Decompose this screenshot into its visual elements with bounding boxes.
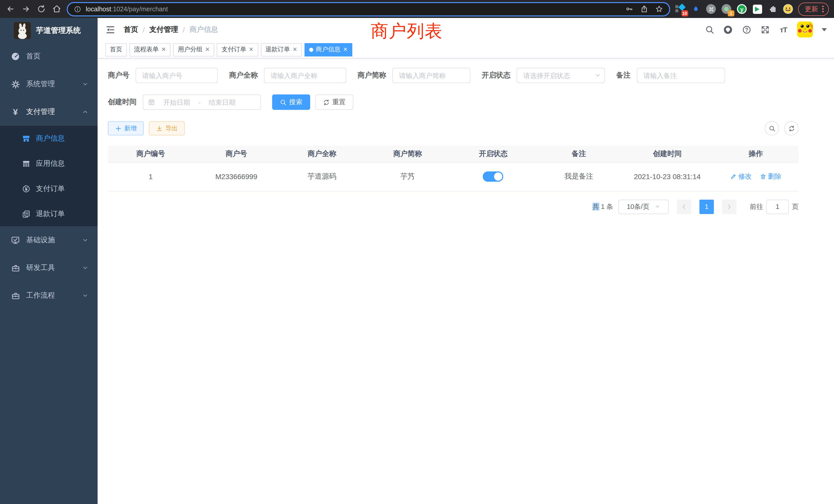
close-icon[interactable]: ✕	[249, 47, 254, 52]
bookmark-star-icon[interactable]	[655, 5, 663, 13]
github-icon[interactable]	[723, 25, 733, 35]
start-date-input[interactable]	[158, 98, 195, 106]
password-key-icon[interactable]	[626, 5, 633, 13]
sidebar-item-app-info[interactable]: 应用信息	[0, 151, 97, 176]
extension-tree-icon[interactable]: 1	[722, 4, 731, 14]
app-title: 芋道管理系统	[36, 25, 81, 35]
sidebar-item-merchant-info[interactable]: 商户信息	[0, 126, 97, 151]
merchant-no-input[interactable]	[136, 68, 218, 83]
browser-update-button[interactable]: 更新	[798, 2, 829, 16]
sidebar-item-system[interactable]: 系统管理	[0, 70, 97, 98]
url-bar[interactable]: localhost:1024/pay/merchant	[67, 2, 670, 16]
chevron-down-icon	[82, 81, 88, 87]
close-icon[interactable]: ✕	[205, 47, 210, 52]
close-icon[interactable]: ✕	[292, 47, 297, 52]
url-text[interactable]: localhost:1024/pay/merchant	[86, 5, 621, 13]
close-icon[interactable]: ✕	[343, 47, 348, 52]
extensions-puzzle-icon[interactable]	[768, 4, 777, 14]
app-logo[interactable]: 芋道管理系统	[0, 18, 97, 43]
status-select-input[interactable]	[517, 68, 605, 83]
page-size-select[interactable]: 10条/页	[618, 199, 668, 214]
sidebar-item-workflow[interactable]: 工作流程	[0, 282, 97, 310]
browser-forward-button[interactable]	[21, 4, 31, 14]
breadcrumb-home[interactable]: 首页	[124, 25, 138, 34]
annotation-title: 商户列表	[371, 20, 443, 43]
download-icon	[156, 125, 163, 132]
browser-reload-button[interactable]	[36, 4, 46, 14]
merchant-no-label: 商户号	[108, 71, 129, 80]
sidebar-item-infra[interactable]: 基础设施	[0, 226, 97, 254]
browser-back-button[interactable]	[5, 4, 16, 14]
tab-home[interactable]: 首页	[105, 43, 127, 56]
extension-devtool-icon[interactable]: 10	[675, 4, 685, 14]
sidebar-fold-icon[interactable]	[105, 24, 115, 35]
status-select[interactable]	[517, 68, 605, 83]
next-page-button[interactable]	[722, 199, 737, 214]
sidebar-item-home[interactable]: 首页	[0, 43, 97, 70]
search-icon	[769, 125, 775, 132]
sidebar-item-pay-order[interactable]: 支付订单	[0, 176, 97, 201]
end-date-input[interactable]	[204, 98, 241, 106]
help-icon[interactable]	[742, 25, 751, 35]
extension-command-icon[interactable]	[706, 4, 716, 14]
date-range-separator: -	[198, 98, 200, 106]
search-icon[interactable]	[705, 25, 714, 35]
export-button[interactable]: 导出	[149, 121, 185, 136]
goto-page-input[interactable]	[766, 199, 789, 214]
extension-yuque-icon[interactable]: y	[737, 4, 747, 14]
avatar-caret-icon[interactable]	[822, 28, 827, 31]
table-row: 1 M233666999 芋道源码 芋艿 我是备注 2021-10-23 08:…	[108, 162, 798, 191]
status-toggle[interactable]	[483, 171, 504, 182]
site-info-icon[interactable]	[74, 5, 81, 13]
chevron-left-icon	[681, 204, 687, 210]
search-button[interactable]: 搜索	[272, 94, 310, 110]
tab-pay-order[interactable]: 支付订单✕	[217, 43, 258, 56]
add-button[interactable]: 新增	[108, 121, 144, 136]
browser-home-button[interactable]	[51, 4, 62, 14]
chevron-right-icon	[726, 204, 732, 210]
monitor-check-icon	[11, 235, 20, 245]
col-actions: 操作	[713, 146, 798, 162]
tab-process-form[interactable]: 流程表单✕	[129, 43, 171, 56]
sidebar-item-pay[interactable]: ¥ 支付管理	[0, 98, 97, 126]
font-size-icon[interactable]: тT	[778, 25, 788, 35]
extension-tower-icon[interactable]	[752, 4, 762, 14]
tags-view-bar: 首页 流程表单✕ 用户分组✕ 支付订单✕ 退款订单✕ 商户信息✕	[97, 41, 834, 59]
share-icon[interactable]	[640, 5, 648, 13]
pencil-icon	[730, 174, 736, 180]
show-search-toggle-button[interactable]	[765, 121, 779, 136]
document-icon	[22, 210, 30, 218]
browser-profile-avatar[interactable]	[783, 4, 793, 14]
remark-input[interactable]	[637, 68, 725, 83]
sidebar-item-refund-order[interactable]: 退款订单	[0, 201, 97, 226]
reset-button[interactable]: 重置	[315, 94, 353, 110]
prev-page-button[interactable]	[677, 199, 691, 214]
col-remark: 备注	[536, 146, 622, 162]
fullscreen-icon[interactable]	[760, 25, 770, 35]
delete-link[interactable]: 删除	[760, 172, 781, 181]
browser-menu-icon[interactable]	[822, 5, 824, 13]
refresh-icon	[788, 125, 795, 132]
extension-badge: 10	[681, 10, 688, 17]
table-grid-icon	[22, 159, 30, 167]
sidebar-item-dev-tools[interactable]: 研发工具	[0, 254, 97, 282]
tab-refund-order[interactable]: 退款订单✕	[261, 43, 302, 56]
page-number-1[interactable]: 1	[699, 199, 714, 214]
yen-circle-icon	[22, 184, 30, 193]
close-icon[interactable]: ✕	[161, 47, 166, 52]
breadcrumb-pay[interactable]: 支付管理	[150, 25, 178, 34]
full-name-input[interactable]	[264, 68, 346, 83]
chevron-down-icon	[82, 237, 88, 243]
breadcrumb-current: 商户信息	[190, 25, 218, 34]
tab-user-group[interactable]: 用户分组✕	[173, 43, 214, 56]
user-avatar[interactable]	[797, 22, 813, 38]
extension-balloon-icon[interactable]	[691, 4, 701, 14]
tab-merchant-info[interactable]: 商户信息✕	[305, 43, 352, 56]
edit-link[interactable]: 修改	[730, 172, 751, 181]
create-time-range-picker[interactable]: -	[143, 94, 261, 110]
pagination: 共 1 条 10条/页 1 前往 页	[108, 199, 798, 214]
short-name-input[interactable]	[392, 68, 470, 83]
cell-merchant-no: M233666999	[194, 162, 279, 191]
refresh-table-button[interactable]	[784, 121, 798, 136]
cell-actions: 修改 删除	[713, 162, 798, 191]
